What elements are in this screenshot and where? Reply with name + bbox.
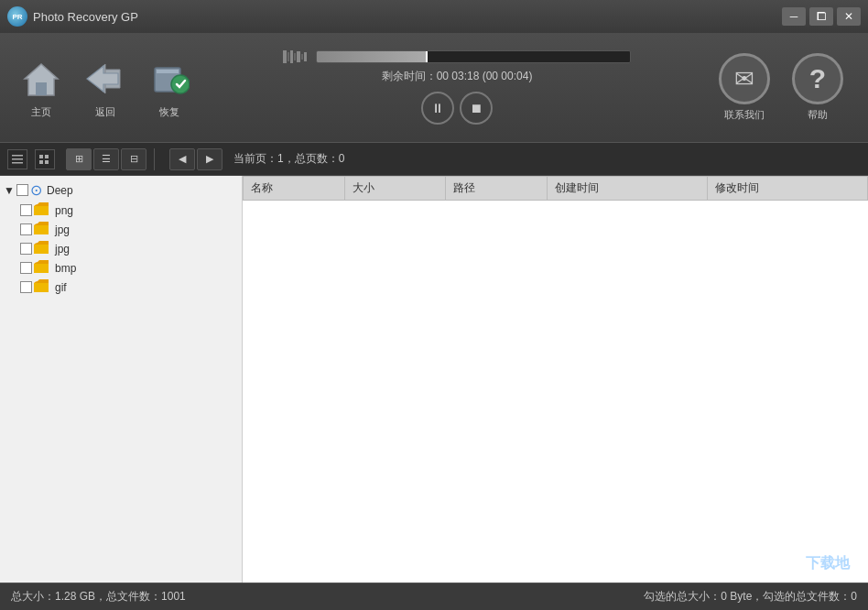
minimize-button[interactable]: ─: [782, 7, 806, 26]
expand-icon: ▼: [4, 184, 15, 197]
svg-rect-17: [39, 155, 43, 158]
svg-rect-9: [290, 50, 293, 63]
status-bar: 总大小：1.28 GB，总文件数：1001 勾选的总大小：0 Byte，勾选的总…: [0, 583, 868, 610]
col-name: 名称: [244, 177, 345, 201]
app-logo: PR: [7, 6, 27, 27]
list-view-btn[interactable]: [35, 149, 55, 169]
svg-rect-16: [12, 162, 23, 164]
svg-rect-10: [294, 53, 296, 60]
right-panel: 名称 大小 路径 创建时间 修改时间: [243, 176, 868, 583]
toolbar: 主页 返回 恢复: [0, 33, 868, 143]
grid-view-btn[interactable]: ⊞: [66, 148, 92, 170]
status-left: 总大小：1.28 GB，总文件数：1001: [11, 589, 186, 605]
contact-icon: ✉: [719, 53, 770, 104]
pause-button[interactable]: ⏸: [421, 92, 454, 125]
app-title: Photo Recovery GP: [33, 10, 782, 24]
stop-button[interactable]: ⏹: [460, 92, 493, 125]
help-label: 帮助: [808, 108, 828, 122]
restore-label: 恢复: [159, 105, 179, 119]
svg-rect-14: [12, 155, 23, 157]
file-table: 名称 大小 路径 创建时间 修改时间: [243, 176, 868, 201]
home-icon: [18, 56, 64, 102]
progress-fill: [317, 51, 427, 62]
back-icon: [82, 56, 128, 102]
help-icon: ?: [792, 53, 843, 104]
tree-checkbox-jpg1[interactable]: [20, 223, 32, 235]
main-content: ▼ ⊙ Deep png jp: [0, 176, 868, 583]
right-toolbar: ✉ 联系我们 ? 帮助: [712, 53, 850, 122]
svg-rect-1: [36, 82, 47, 95]
progress-track: [316, 50, 631, 63]
restore-button-toolbar[interactable]: 恢复: [137, 47, 201, 129]
svg-rect-13: [304, 52, 307, 61]
svg-rect-7: [283, 50, 287, 63]
scan-icon: [283, 50, 309, 63]
tree-checkbox-gif[interactable]: [20, 281, 32, 293]
back-button[interactable]: 返回: [73, 47, 137, 129]
tree-checkbox-jpg2[interactable]: [20, 243, 32, 255]
status-right: 勾选的总大小：0 Byte，勾选的总文件数：0: [644, 589, 857, 605]
restore-button[interactable]: ⧠: [809, 7, 833, 26]
tree-item-jpg1[interactable]: jpg: [0, 220, 242, 239]
time-info: 剩余时间：00 03:18 (00 00:04): [382, 69, 533, 84]
folder-icon-jpg1: [34, 222, 50, 237]
contact-button[interactable]: ✉ 联系我们: [712, 53, 776, 122]
col-modified: 修改时间: [707, 177, 867, 201]
next-page-btn[interactable]: ▶: [197, 148, 222, 170]
title-controls: ─ ⧠ ✕: [782, 7, 861, 26]
svg-rect-12: [301, 54, 303, 60]
tree-label-gif: gif: [55, 281, 238, 294]
tree-label-bmp: bmp: [55, 262, 238, 275]
svg-rect-5: [157, 70, 179, 73]
restore-icon: [146, 56, 192, 102]
tree-item-jpg2[interactable]: jpg: [0, 239, 242, 258]
tree-label-jpg2: jpg: [55, 243, 238, 256]
svg-rect-15: [12, 158, 23, 160]
tree-checkbox-bmp[interactable]: [20, 262, 32, 274]
col-created: 创建时间: [547, 177, 707, 201]
close-button[interactable]: ✕: [837, 7, 861, 26]
filter-icon-btn[interactable]: [7, 149, 27, 169]
progress-indicator: [426, 51, 428, 62]
progress-area: 剩余时间：00 03:18 (00 00:04) ⏸ ⏹: [201, 50, 712, 125]
folder-icon-jpg2: [34, 241, 50, 256]
title-bar: PR Photo Recovery GP ─ ⧠ ✕: [0, 0, 868, 33]
svg-rect-19: [39, 160, 43, 164]
back-label: 返回: [95, 105, 115, 119]
svg-rect-11: [297, 51, 300, 62]
tree-item-gif[interactable]: gif: [0, 278, 242, 297]
view-group1: ⊞ ☰ ⊟: [66, 148, 146, 170]
help-button[interactable]: ? 帮助: [786, 53, 850, 122]
progress-controls: ⏸ ⏹: [421, 92, 493, 125]
svg-rect-18: [45, 155, 49, 158]
folder-icon-deep: ⊙: [30, 181, 42, 199]
home-button[interactable]: 主页: [9, 47, 73, 129]
svg-rect-8: [288, 52, 289, 61]
folder-icon-bmp: [34, 260, 50, 276]
detail-view-btn[interactable]: ⊟: [121, 148, 146, 170]
col-path: 路径: [446, 177, 548, 201]
tree-checkbox-png[interactable]: [20, 204, 32, 216]
col-size: 大小: [344, 177, 446, 201]
contact-label: 联系我们: [724, 108, 765, 122]
separator1: [154, 148, 155, 170]
tree-item-png[interactable]: png: [0, 201, 242, 220]
watermark: 下载地: [806, 554, 850, 573]
left-panel: ▼ ⊙ Deep png jp: [0, 176, 243, 583]
secondary-toolbar: ⊞ ☰ ⊟ ◀ ▶ 当前页：1，总页数：0: [0, 143, 868, 176]
list-view-button[interactable]: ☰: [93, 148, 119, 170]
progress-bar-container: [283, 50, 631, 63]
tree-label-png: png: [55, 204, 238, 217]
tree-checkbox-deep[interactable]: [16, 184, 28, 196]
tree-item-root[interactable]: ▼ ⊙ Deep: [0, 180, 242, 201]
page-info: 当前页：1，总页数：0: [233, 151, 344, 167]
folder-icon-png: [34, 202, 50, 218]
prev-page-btn[interactable]: ◀: [169, 148, 195, 170]
tree-label-jpg1: jpg: [55, 223, 238, 236]
tree-label-deep: Deep: [47, 184, 238, 197]
nav-controls: ◀ ▶: [169, 148, 222, 170]
home-label: 主页: [31, 105, 51, 119]
folder-icon-gif: [34, 279, 50, 295]
svg-rect-20: [45, 160, 49, 164]
tree-item-bmp[interactable]: bmp: [0, 258, 242, 278]
